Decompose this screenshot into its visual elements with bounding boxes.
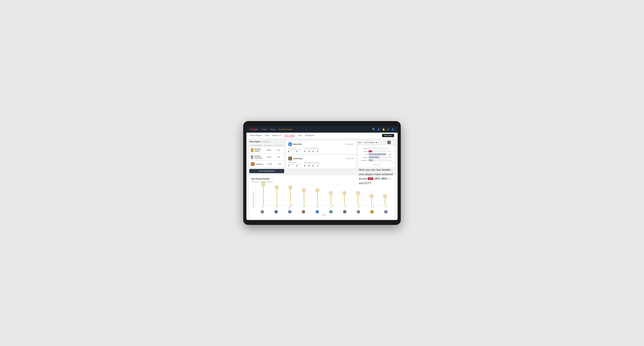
grid-view-button[interactable]: ⊞ [379,141,383,144]
export-button[interactable]: ↓ [391,141,395,144]
y-axis-label: Best Streak, Fairway Accuracy [252,192,254,208]
search-icon[interactable]: 🔍 [372,128,375,131]
streak-col-mcherg: 6x [270,184,284,205]
col-pb-avg: PB AVG SQ [274,145,283,146]
streak-avatar-ford: DF [338,210,352,213]
section-title: Best Round Streaks [251,178,270,180]
streak-avatar-butler: RB [365,210,379,213]
streak-avatar-miller: MM [352,210,365,213]
avatar: MM [357,210,360,213]
stat-arg: ARG 0 [312,164,315,167]
sub-nav-pga[interactable]: PGA [265,134,269,137]
user-icon[interactable]: 👤 [377,128,380,131]
bar-val-pars: 499 [389,154,393,155]
practice-activities-group: Total Practice Activities OTT 0 APP 0 [304,162,320,167]
settings-icon[interactable]: ⚙ [387,128,389,131]
bar-label-bogeys: Bogeys [360,157,368,158]
pb-avg: 103 [275,163,284,165]
x-tick-200: 200 [379,162,381,163]
avatar: DF [343,210,346,213]
streak-line [304,191,304,205]
player-card-date: 26 Aug 2023 [345,158,354,159]
player-name-label: D. Ford [343,205,347,208]
stat-sub: Tournament 8 Practice 4 [288,149,301,153]
leaderboard-header: PLAYER NAME PB SCORE PB AVG SQ [249,144,284,147]
nav-home[interactable]: Home [262,128,267,130]
player-label-crossman: E. Crossman [324,206,338,208]
middle-panel: RB Rees Britt 02 Sep 2023 Total Rounds T… [284,141,358,173]
col-pb-score: PB SCORE [264,145,274,146]
streak-bubble: 5x [302,188,306,192]
streak-avatar-crossman: EC [324,210,338,213]
sub-nav-tour[interactable]: Tour [298,134,302,137]
avatar: EC [329,210,333,213]
streak-avatar-britt: RB [310,210,324,213]
streak-col-ebert: 7x [256,184,270,205]
col-player: PLAYER NAME [250,145,264,146]
stat-practice: Practice 4 [296,149,301,153]
stat-sub: OTT 0 APP 0 ARG 0 [304,149,320,153]
avatar: C 3 [250,162,255,166]
list-view-button[interactable]: ☰ [383,141,387,144]
add-team-button[interactable]: Add Team [382,134,394,137]
streak-line [317,191,318,205]
view-full-leaderboard-button[interactable]: View Full Leaderboard [249,169,284,173]
nav-links: Home Teams My Performance [262,128,293,130]
sub-nav-all-players[interactable]: All Players [305,134,314,137]
player-row[interactable]: EC 2 Edward Crossman 18/20 107 [249,154,284,160]
sub-nav-hcaps[interactable]: Hcaps 1-5 [272,134,281,137]
x-tick-0: 0 [368,162,369,163]
sub-nav-pgat[interactable]: PGAT Players [250,134,262,137]
player-info: EC 2 Edward Crossman [250,155,264,159]
total-rounds-group: Total Rounds Tournament 8 Practice 4 [288,147,301,153]
rank-badge: 3 [254,165,255,166]
streak-bars: 7 5 3 0 7x [256,184,393,205]
stat-putt: PUTT 0 [317,149,320,153]
avatar: RB [288,142,292,146]
player-name-label: R. Britt [316,205,319,208]
bar-label-pars: Pars [360,154,368,155]
view-icons: ⊞ ☰ ▤ ↓ [379,141,395,144]
sub-nav-links: PGAT Players PGA Hcaps 1-5 Team Clippd T… [250,134,314,137]
player-row[interactable]: C 3 Cameron... 17/20 103 [249,161,284,167]
avatar: JC [288,156,292,161]
bar-pars [368,153,386,155]
sub-nav-team-clippd[interactable]: Team Clippd [284,134,295,137]
player-card-date: 02 Sep 2023 [345,143,354,145]
stats-row: Total Rounds Tournament 7 Practice 2 [288,162,354,167]
edit-icon[interactable]: ✎ [270,141,272,143]
annotation: Here you can see streaksyour players hav… [359,168,397,185]
y-axis-label-container: Best Streak, Fairway Accuracy [251,184,255,216]
player-name-row: E. Ebert B. McHerg D. Billingham J. Cole… [256,206,393,208]
team-count: 14 Players [262,141,269,143]
avatar: JC [302,210,305,213]
player-row[interactable]: RB 1 Richard Butler 19/20 110 [249,147,284,153]
player-card-josh-coles: JC Josh Coles 26 Aug 2023 Total Rounds T… [286,155,356,168]
player-label-quick: C. Quick [379,206,393,208]
bar-container [368,150,388,152]
y-label-0: 0 [253,204,254,205]
bell-icon[interactable]: 🔔 [382,128,385,131]
nav-teams[interactable]: Teams [270,128,276,130]
player-info: C 3 Cameron... [250,162,264,166]
chart-row-pars: Pars 499 [360,153,393,155]
streak-col-ford: 4x [338,184,351,205]
pb-avg: 110 [274,149,283,151]
period-select[interactable]: Last 3 months [362,141,378,144]
stat-app: APP 0 [308,149,311,153]
player-label-butler: R. Butler [365,206,379,208]
chart-view-button[interactable]: ▤ [387,141,391,144]
streak-col-miller: 4x [351,184,365,205]
bar-val-eagles: 3 [389,148,393,149]
x-axis-label: Total Shots [360,164,393,166]
practice-activities-group: Total Practice Activities OTT 0 APP 0 [304,147,320,153]
total-rounds-group: Total Rounds Tournament 7 Practice 2 [288,162,301,167]
nav-my-performance[interactable]: My Performance [279,128,293,130]
bar-label-birdies: Birdies [360,151,368,152]
stat-practice: Practice 2 [296,164,301,167]
avatar-icon[interactable]: 👤 [391,128,394,131]
player-label-miller: M. Miller [352,206,365,208]
player-name: Cameron... [256,163,264,165]
streak-line [277,188,277,205]
streak-bubble: 6x [275,185,279,189]
